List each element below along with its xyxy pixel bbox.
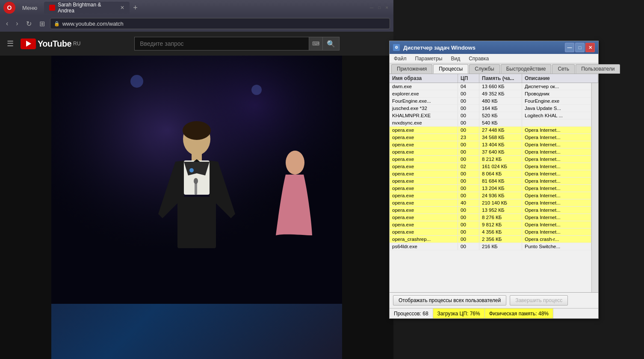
close-button[interactable]: ✕ [384, 5, 390, 11]
taskmgr-footer: Отображать процессы всех пользователей З… [390, 292, 598, 308]
table-row[interactable]: opera.exe 40 210 140 КБ Opera Internet..… [390, 199, 591, 207]
cell-process-name: opera.exe [390, 156, 458, 163]
tabs-overview-button[interactable]: ⊞ [37, 18, 47, 30]
menu-help[interactable]: Справка [464, 55, 493, 62]
table-row[interactable]: opera.exe 00 13 204 КБ Opera Internet... [390, 185, 591, 192]
cell-memory: 13 404 КБ [479, 141, 522, 148]
tab-close-button[interactable]: ✕ [120, 5, 124, 11]
cell-process-name: dwm.exe [390, 83, 458, 90]
cell-cpu: 00 [458, 112, 479, 119]
cell-description: Opera Internet... [522, 214, 591, 221]
tab-performance[interactable]: Быстродействие [501, 64, 552, 74]
table-row[interactable]: opera.exe 00 37 640 КБ Opera Internet... [390, 148, 591, 156]
col-header-cpu[interactable]: ЦП [458, 74, 479, 83]
cell-description: Opera crash-r... [522, 236, 591, 243]
show-all-processes-button[interactable]: Отображать процессы всех пользователей [393, 295, 506, 306]
cell-description: Logitech KHAL ... [522, 112, 591, 119]
new-tab-button[interactable]: + [130, 2, 140, 14]
taskmgr-tab-bar: Приложения Процессы Службы Быстродействи… [390, 63, 598, 74]
cell-description: Punto Switche... [522, 243, 591, 250]
cell-description: Opera Internet... [522, 163, 591, 170]
cell-memory: 2 356 КБ [479, 236, 522, 243]
youtube-search-button[interactable]: 🔍 [322, 37, 340, 50]
cell-process-name: opera.exe [390, 192, 458, 199]
taskmgr-close-button[interactable]: ✕ [585, 43, 595, 52]
table-row[interactable]: opera.exe 00 8 212 КБ Opera Internet... [390, 156, 591, 163]
youtube-keyboard-button[interactable]: ⌨ [309, 37, 322, 50]
table-row[interactable]: opera.exe 00 27 448 КБ Opera Internet... [390, 127, 591, 134]
table-row[interactable]: ps64ldr.exe 00 216 КБ Punto Switche... [390, 243, 591, 250]
lock-icon: 🔒 [54, 21, 60, 27]
table-row[interactable]: opera.exe 00 13 952 КБ Opera Internet... [390, 207, 591, 214]
svg-point-6 [183, 121, 211, 140]
maximize-button[interactable]: □ [376, 5, 382, 11]
youtube-header: ☰ YouTube RU ⌨ 🔍 [0, 32, 393, 56]
youtube-search-input[interactable] [134, 37, 309, 50]
youtube-hamburger-button[interactable]: ☰ [7, 39, 14, 48]
table-row[interactable]: dwm.exe 04 13 660 КБ Диспетчер ок... [390, 83, 591, 90]
table-row[interactable]: jusched.exe *32 00 164 КБ Java Update S.… [390, 105, 591, 112]
table-row[interactable]: opera.exe 00 13 404 КБ Opera Internet... [390, 141, 591, 148]
youtube-video-player[interactable] [51, 56, 342, 359]
cell-process-name: ps64ldr.exe [390, 243, 458, 250]
cell-process-name: FourEngine.exe... [390, 98, 458, 104]
tab-applications[interactable]: Приложения [391, 64, 432, 74]
col-header-name[interactable]: Имя образа [390, 74, 458, 83]
cell-memory: 37 640 КБ [479, 148, 522, 155]
menu-file[interactable]: Файл [390, 55, 411, 62]
tab-processes[interactable]: Процессы [433, 64, 468, 74]
table-row[interactable]: opera.exe 23 34 568 КБ Opera Internet... [390, 134, 591, 141]
cell-memory: 49 352 КБ [479, 90, 522, 97]
cell-cpu: 00 [458, 141, 479, 148]
youtube-logo-icon [21, 39, 36, 49]
taskmgr-maximize-button[interactable]: □ [575, 43, 585, 52]
youtube-search-wrap: ⌨ 🔍 [134, 37, 340, 50]
table-row[interactable]: FourEngine.exe... 00 480 КБ FourEngine.e… [390, 98, 591, 105]
cell-process-name: opera.exe [390, 148, 458, 155]
col-header-mem[interactable]: Память (ча... [479, 74, 522, 83]
tab-network[interactable]: Сеть [552, 64, 575, 74]
table-row[interactable]: opera_crashrep... 00 2 356 КБ Opera cras… [390, 236, 591, 243]
menu-parameters[interactable]: Параметры [411, 55, 447, 62]
browser-menu-button[interactable]: Меню [19, 3, 41, 13]
end-process-button[interactable]: Завершить процесс [510, 295, 568, 306]
back-button[interactable]: ‹ [3, 18, 11, 29]
table-row[interactable]: opera.exe 00 8 276 КБ Opera Internet... [390, 214, 591, 221]
table-row[interactable]: opera.exe 02 161 024 КБ Opera Internet..… [390, 163, 591, 170]
address-bar[interactable]: 🔒 www.youtube.com/watch [50, 18, 390, 29]
youtube-logo[interactable]: YouTube RU [21, 39, 80, 49]
url-text: www.youtube.com/watch [62, 21, 124, 27]
table-row[interactable]: opera.exe 00 8 064 КБ Opera Internet... [390, 170, 591, 178]
table-row[interactable]: opera.exe 00 24 936 КБ Opera Internet... [390, 192, 591, 199]
menu-view[interactable]: Вид [446, 55, 464, 62]
tab-title: Sarah Brightman & Andrea [58, 2, 118, 14]
cell-process-name: opera.exe [390, 228, 458, 235]
table-row[interactable]: nvxdsync.exe 00 540 КБ [390, 119, 591, 127]
table-row[interactable]: opera.exe 00 9 812 КБ Opera Internet... [390, 221, 591, 228]
cell-cpu: 00 [458, 192, 479, 199]
opera-logo[interactable]: O [3, 2, 15, 14]
taskmgr-statusbar: Процессов: 68 Загрузка ЦП: 76% Физическа… [390, 308, 598, 318]
cell-process-name: opera.exe [390, 178, 458, 184]
taskmgr-scrollbar[interactable] [591, 83, 598, 292]
table-row[interactable]: opera.exe 00 4 356 КБ Opera Internet... [390, 228, 591, 236]
table-row[interactable]: KHALMNPR.EXE 00 520 КБ Logitech KHAL ... [390, 112, 591, 119]
forward-button[interactable]: › [13, 18, 21, 29]
cell-process-name: jusched.exe *32 [390, 105, 458, 112]
table-row[interactable]: explorer.exe 00 49 352 КБ Проводник [390, 90, 591, 98]
taskmgr-minimize-button[interactable]: — [565, 43, 574, 52]
taskmgr-table-body: dwm.exe 04 13 660 КБ Диспетчер ок... exp… [390, 83, 591, 292]
cell-process-name: opera.exe [390, 127, 458, 134]
refresh-button[interactable]: ↻ [24, 18, 34, 30]
cell-description: Opera Internet... [522, 141, 591, 148]
col-header-desc[interactable]: Описание [522, 74, 598, 83]
active-tab[interactable]: Sarah Brightman & Andrea ✕ [44, 2, 130, 14]
tab-users[interactable]: Пользователи [576, 64, 620, 74]
cell-memory: 27 448 КБ [479, 127, 522, 134]
tab-services[interactable]: Службы [469, 64, 499, 74]
minimize-button[interactable]: — [369, 5, 375, 11]
cell-memory: 8 212 КБ [479, 156, 522, 163]
table-row[interactable]: opera.exe 00 81 684 КБ Opera Internet... [390, 178, 591, 185]
taskmgr-titlebar: ⚙ Диспетчер задач Windows — □ ✕ [390, 41, 598, 54]
search-icon: 🔍 [327, 40, 335, 48]
